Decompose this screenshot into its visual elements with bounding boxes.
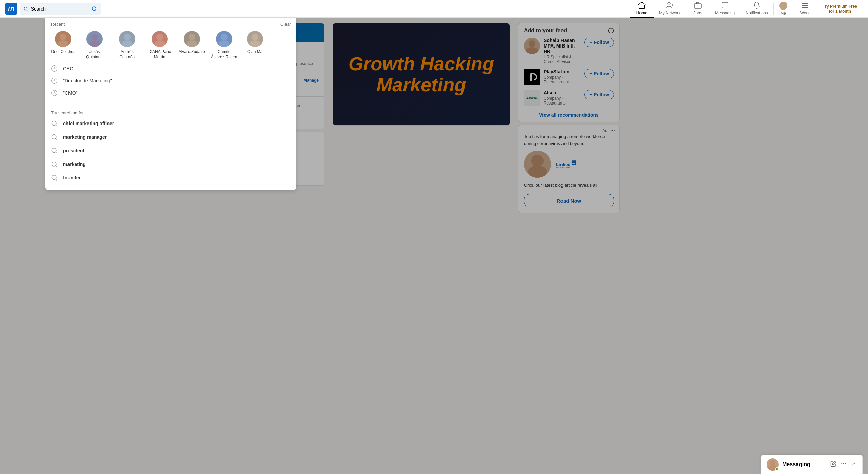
recent-person[interactable]: DIANA Pano Martín (146, 31, 173, 60)
nav-item-jobs[interactable]: Jobs (686, 0, 710, 18)
messaging-collapse-button[interactable] (851, 461, 857, 469)
svg-point-24 (52, 148, 56, 153)
recent-person[interactable]: Oriol Colchón (51, 31, 76, 60)
svg-point-48 (845, 463, 846, 464)
recent-person[interactable]: Andrés Castaño (114, 31, 141, 60)
recent-label: Recent (51, 22, 65, 27)
svg-point-5 (60, 34, 66, 40)
nav-network-label: My Network (659, 11, 680, 15)
suggestion-item[interactable]: chief marketing officer (45, 117, 296, 130)
suggestion-text: chief marketing officer (63, 121, 114, 126)
recent-person[interactable]: Jesús Quintana (81, 31, 108, 60)
recent-person[interactable]: Camilo Álvarez Rivera (211, 31, 238, 60)
recent-section: Recent Clear (45, 18, 296, 27)
messaging-label: Messaging (782, 461, 827, 468)
svg-point-23 (52, 135, 56, 139)
svg-point-15 (221, 34, 228, 40)
svg-point-11 (156, 34, 163, 40)
nav-jobs-label: Jobs (694, 11, 702, 15)
nav-me-avatar (779, 2, 787, 10)
suggestion-text: marketing (63, 162, 86, 167)
recent-person[interactable]: Alvaro Zudaire (179, 31, 205, 60)
svg-point-1 (92, 7, 96, 11)
recent-avatar (247, 31, 263, 47)
nav-home-label: Home (636, 11, 647, 15)
suggestion-text: marketing manager (63, 134, 107, 140)
nav-item-me[interactable]: Me (774, 0, 793, 18)
search-icon-small (51, 161, 58, 168)
svg-point-8 (89, 40, 100, 47)
recent-avatar (119, 31, 135, 47)
svg-point-25 (52, 162, 56, 166)
suggestion-item[interactable]: marketing manager (45, 130, 296, 144)
premium-line2: for 1 Month (829, 9, 851, 14)
clock-icon (51, 90, 58, 96)
svg-point-0 (24, 7, 27, 10)
nav-item-notifications[interactable]: Notifications (740, 0, 773, 18)
clock-icon (51, 77, 58, 84)
recent-person-name: Camilo Álvarez Rivera (211, 49, 238, 60)
recent-search-item[interactable]: "CMO" (45, 87, 296, 99)
search-icon-small (51, 147, 58, 154)
recent-avatar (55, 31, 71, 47)
clear-button[interactable]: Clear (280, 22, 291, 27)
recent-person-name: Alvaro Zudaire (179, 49, 205, 55)
search-icon (24, 6, 28, 12)
recent-search-text: CEO (63, 66, 73, 71)
svg-point-12 (154, 40, 165, 47)
messaging-bar[interactable]: Messaging (761, 455, 863, 474)
svg-point-9 (124, 34, 131, 40)
svg-point-13 (189, 34, 195, 40)
recent-person[interactable]: Qian Ma (243, 31, 267, 60)
suggestion-text: founder (63, 175, 81, 181)
messaging-more-button[interactable] (841, 461, 847, 469)
recent-person-name: DIANA Pano Martín (146, 49, 173, 60)
search-dropdown: Recent Clear Oriol Colchón Jesús Quintan… (45, 18, 296, 190)
svg-point-47 (843, 463, 844, 464)
suggestion-item[interactable]: marketing (45, 157, 296, 171)
svg-point-46 (841, 463, 842, 464)
svg-point-14 (186, 40, 197, 47)
search-icon-small (51, 134, 58, 140)
recent-search-item[interactable]: "Director de Marketing" (45, 75, 296, 87)
svg-rect-3 (694, 4, 701, 8)
messaging-edit-button[interactable] (830, 461, 836, 469)
recent-searches: CEO "Director de Marketing" "CMO" (45, 60, 296, 102)
recent-avatar (86, 31, 103, 47)
search-button[interactable] (92, 6, 97, 12)
svg-point-10 (122, 40, 133, 47)
svg-point-18 (250, 40, 260, 47)
svg-point-16 (219, 40, 230, 47)
nav-messaging-label: Messaging (715, 11, 735, 15)
svg-point-26 (52, 175, 56, 180)
search-input[interactable] (31, 6, 89, 12)
suggestion-text: president (63, 148, 84, 153)
suggestion-item[interactable]: president (45, 144, 296, 157)
try-searching-label: Try searching for (45, 108, 296, 117)
svg-point-7 (91, 34, 98, 40)
recent-people-list: Oriol Colchón Jesús Quintana Andrés Cast… (45, 31, 296, 60)
nav-me-label: Me (780, 11, 786, 16)
nav-work-label: Work (800, 11, 810, 15)
suggestion-item[interactable]: founder (45, 171, 296, 185)
clock-icon (51, 65, 58, 72)
nav-item-work[interactable]: Work (793, 0, 817, 18)
nav-items: Home My Network Jobs Messaging Notificat… (630, 0, 863, 18)
nav-item-messaging[interactable]: Messaging (710, 0, 740, 18)
premium-line1: Try Premium Free (823, 4, 857, 9)
recent-search-text: "CMO" (63, 90, 78, 96)
nav-premium[interactable]: Try Premium Free for 1 Month (817, 0, 863, 18)
recent-avatar (184, 31, 200, 47)
svg-point-44 (770, 460, 775, 466)
navbar: in Home My Network Jobs Me (0, 0, 868, 18)
messaging-avatar (767, 458, 779, 471)
linkedin-logo[interactable]: in (5, 3, 17, 15)
recent-person-name: Andrés Castaño (114, 49, 141, 60)
recent-search-item[interactable]: CEO (45, 62, 296, 75)
search-icon-small (51, 120, 58, 127)
svg-point-17 (252, 34, 258, 40)
nav-item-my-network[interactable]: My Network (654, 0, 686, 18)
nav-item-home[interactable]: Home (630, 0, 654, 18)
recent-person-name: Oriol Colchón (51, 49, 76, 55)
dropdown-divider (45, 105, 296, 105)
